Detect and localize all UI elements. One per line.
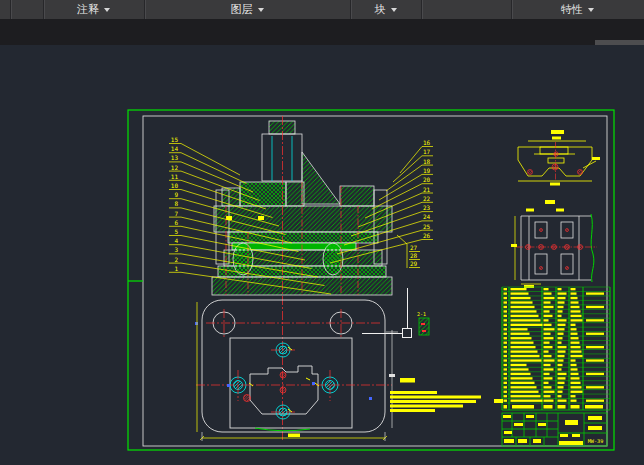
balloon-label: 11 xyxy=(171,173,179,180)
balloon-label: 8 xyxy=(174,200,178,207)
plan-view xyxy=(195,300,398,441)
model-space[interactable]: MW-39 1514131211109876543211617181920212… xyxy=(0,45,644,465)
leader-line xyxy=(181,144,240,176)
ribbon-panel-block-label: 块 xyxy=(375,2,386,17)
leader-line xyxy=(181,162,253,192)
detail-view-2 xyxy=(511,200,597,288)
balloon-label: 25 xyxy=(423,223,431,230)
crosshair-cursor[interactable] xyxy=(362,288,412,338)
parts-list-table xyxy=(502,287,610,410)
cursor-badge-label: 2-1 xyxy=(417,311,426,317)
title-block: MW-39 xyxy=(502,413,607,446)
detail-view-1 xyxy=(518,130,600,186)
balloon-label: 17 xyxy=(423,148,431,155)
leader-line xyxy=(181,153,247,184)
ribbon-panel-block[interactable]: 块 xyxy=(350,0,421,19)
balloon-label: 12 xyxy=(171,164,179,171)
leader-line xyxy=(400,147,422,174)
cursor-badge: 2-1 xyxy=(417,311,429,335)
balloon-label: 1 xyxy=(174,265,178,272)
balloon-label: 16 xyxy=(423,139,431,146)
balloon-label: 14 xyxy=(171,145,179,152)
balloon-label: 13 xyxy=(171,154,179,161)
drawing-canvas[interactable]: MW-39 1514131211109876543211617181920212… xyxy=(0,45,644,465)
ribbon-collapsed-strip xyxy=(0,19,644,45)
technical-notes-text xyxy=(390,378,503,412)
ribbon-divider xyxy=(10,0,11,19)
balloon-label: 18 xyxy=(423,158,431,165)
balloon-label: 20 xyxy=(423,176,431,183)
balloon-label: 22 xyxy=(423,195,431,202)
chevron-down-icon xyxy=(258,8,264,12)
ribbon-panel-layers-label: 图层 xyxy=(231,2,253,17)
balloon-label: 6 xyxy=(174,219,178,226)
balloon-label: 24 xyxy=(423,213,431,220)
leader-line xyxy=(393,156,422,182)
ribbon-divider xyxy=(421,0,422,19)
balloon-label: 9 xyxy=(174,191,178,198)
ribbon-panel-annotation-label: 注释 xyxy=(77,2,99,17)
balloon-label: 10 xyxy=(171,182,179,189)
drawing-number: MW-39 xyxy=(588,438,604,444)
balloon-label: 3 xyxy=(174,246,178,253)
section-view xyxy=(212,121,392,295)
chevron-down-icon xyxy=(391,8,397,12)
chevron-down-icon xyxy=(104,8,110,12)
chevron-down-icon xyxy=(588,8,594,12)
ribbon-panel-layers[interactable]: 图层 xyxy=(144,0,350,19)
balloon-label: 2 xyxy=(174,256,178,263)
balloon-label: 5 xyxy=(174,228,178,235)
balloon-label: 28 xyxy=(410,252,418,259)
balloon-label: 15 xyxy=(171,136,179,143)
leader-line xyxy=(386,165,422,191)
ribbon-panel-properties[interactable]: 特性 xyxy=(511,0,644,19)
balloon-label: 29 xyxy=(410,260,418,267)
balloon-label: 4 xyxy=(174,237,178,244)
leader-line xyxy=(397,235,407,244)
balloon-label: 7 xyxy=(174,210,178,217)
balloon-label: 23 xyxy=(423,204,431,211)
balloon-label: 21 xyxy=(423,186,431,193)
ribbon-bar: 注释 图层 块 特性 xyxy=(0,0,644,19)
ribbon-panel-annotation[interactable]: 注释 xyxy=(43,0,144,19)
balloon-label: 19 xyxy=(423,167,431,174)
balloon-label: 26 xyxy=(423,232,431,239)
ribbon-panel-properties-label: 特性 xyxy=(561,2,583,17)
balloon-label: 27 xyxy=(410,244,418,251)
